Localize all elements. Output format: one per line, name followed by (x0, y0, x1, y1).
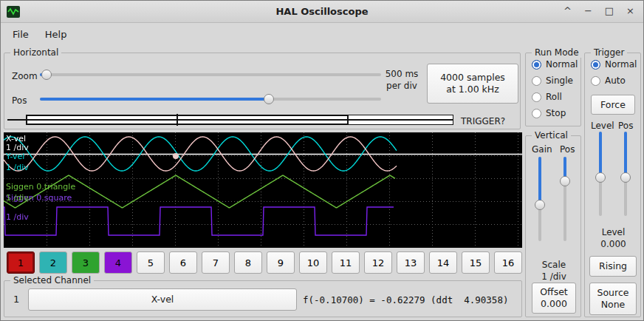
trigger-source-label: Source (597, 287, 629, 299)
channel-button-13[interactable]: 13 (397, 251, 425, 274)
offset-value: 0.000 (541, 298, 567, 310)
trigger-level-value: 0.000 (585, 238, 642, 250)
channel-button-16[interactable]: 16 (494, 251, 522, 274)
runmode-single-radio[interactable]: Single (532, 75, 573, 86)
scope-canvas[interactable] (4, 132, 522, 248)
offset-label: Offset (540, 286, 568, 298)
slider-fill (624, 132, 627, 178)
run-mode-group: Run Mode Normal Single Roll Stop (525, 53, 581, 126)
trigger-level-slider[interactable] (594, 132, 607, 216)
time-per-div: 500 ms per div (378, 68, 425, 92)
channel-button-14[interactable]: 14 (429, 251, 457, 274)
radio-label: Normal (546, 59, 578, 70)
selected-channel-number: 1 (13, 294, 19, 305)
menu-file[interactable]: File (5, 27, 36, 42)
trigger-edge-label: Rising (599, 260, 627, 272)
record-baseline (7, 119, 453, 121)
gain-slider-handle[interactable] (535, 200, 545, 210)
horizontal-group: Horizontal Zoom 500 ms per div 4000 samp… (4, 53, 521, 129)
radio-icon (591, 76, 600, 86)
app-window: HAL Oscilloscope ^ − □ × File Help Horiz… (0, 0, 644, 321)
radio-label: Stop (546, 108, 566, 118)
channel-button-8[interactable]: 8 (234, 251, 262, 274)
samples-button[interactable]: 4000 samples at 1.00 kHz (427, 64, 518, 104)
window-title: HAL Oscilloscope (1, 6, 643, 17)
scope-display[interactable]: X-vel1 /divY-vel1 /divSiggen 0.triangleS… (4, 132, 522, 248)
radio-label: Single (546, 75, 573, 86)
channel-button-4[interactable]: 4 (104, 251, 132, 274)
selected-channel-group-title: Selected Channel (10, 275, 94, 285)
maximize-icon[interactable]: □ (605, 5, 614, 16)
titlebar[interactable]: HAL Oscilloscope ^ − □ × (1, 1, 643, 23)
horizontal-group-title: Horizontal (10, 47, 61, 58)
menubar: File Help (1, 24, 643, 44)
radio-icon (532, 60, 541, 70)
scope-channel-label: Y-vel (6, 152, 24, 161)
trigger-pos-slider[interactable] (619, 132, 632, 216)
gain-label: Gain (532, 144, 552, 155)
run-mode-group-title: Run Mode (532, 47, 582, 58)
vertical-pos-slider-handle[interactable] (560, 176, 570, 186)
channel-button-9[interactable]: 9 (267, 251, 295, 274)
vertical-pos-slider[interactable] (558, 157, 572, 241)
trigger-source-value: None (601, 299, 626, 311)
trigger-level-label: Level (591, 121, 614, 131)
trigger-pos-label: Pos (618, 121, 633, 131)
zoom-slider-handle[interactable] (41, 70, 52, 80)
vertical-group: Vertical Gain Pos Scale 1 /div Offset 0.… (525, 135, 581, 317)
radio-label: Normal (605, 59, 637, 70)
menu-help[interactable]: Help (38, 27, 75, 42)
radio-icon (591, 60, 600, 70)
channel-button-6[interactable]: 6 (169, 251, 197, 274)
trigger-pos-slider-handle[interactable] (620, 172, 631, 183)
channel-button-12[interactable]: 12 (364, 251, 392, 274)
channel-button-1[interactable]: 1 (7, 251, 35, 274)
radio-label: Auto (605, 75, 626, 86)
channel-button-7[interactable]: 7 (202, 251, 230, 274)
shade-icon[interactable]: ^ (564, 5, 572, 16)
trigger-auto-radio[interactable]: Auto (591, 75, 626, 86)
trigger-edge-button[interactable]: Rising (589, 256, 637, 277)
slider-fill (599, 132, 602, 178)
scale-caption: Scale (526, 259, 582, 271)
pos-slider-handle[interactable] (264, 94, 274, 104)
record-position-bar[interactable] (7, 114, 453, 126)
vertical-group-title: Vertical (532, 130, 571, 141)
offset-button[interactable]: Offset 0.000 (532, 283, 576, 314)
zoom-slider[interactable] (40, 69, 381, 81)
time-per-div-unit: per div (378, 80, 425, 92)
vertical-pos-label: Pos (560, 144, 575, 155)
runmode-roll-radio[interactable]: Roll (532, 92, 562, 102)
channel-button-5[interactable]: 5 (137, 251, 165, 274)
trigger-position-marker (177, 114, 178, 126)
window-controls: ^ − □ × (564, 5, 634, 16)
channel-button-3[interactable]: 3 (72, 251, 100, 274)
close-icon[interactable]: × (626, 5, 634, 16)
trigger-level-slider-handle[interactable] (595, 172, 606, 183)
radio-icon (532, 76, 541, 86)
scope-channel-label: 1 /div (6, 212, 29, 222)
runmode-normal-radio[interactable]: Normal (532, 59, 578, 70)
scope-channel-label: Siggen 0.triangle (6, 182, 75, 192)
samples-line1: 4000 samples (440, 72, 505, 84)
channel-button-2[interactable]: 2 (39, 251, 67, 274)
selected-channel-name-button[interactable]: X-vel (28, 288, 297, 311)
scope-channel-label: 1 /div (6, 193, 29, 203)
trigger-source-button[interactable]: Source None (589, 283, 637, 315)
trigger-normal-radio[interactable]: Normal (591, 59, 637, 70)
minimize-icon[interactable]: − (584, 5, 592, 16)
scope-channel-label: 1 /div (6, 163, 29, 172)
slider-fill (40, 98, 269, 101)
channel-button-15[interactable]: 15 (462, 251, 490, 274)
trigger-status: TRIGGER? (461, 116, 505, 126)
runmode-stop-radio[interactable]: Stop (532, 108, 566, 118)
horizontal-pos-slider[interactable] (40, 93, 381, 105)
radio-icon (532, 92, 541, 102)
channel-buttons: 12345678910111213141516 (7, 251, 522, 274)
gain-slider[interactable] (533, 157, 547, 241)
force-button[interactable]: Force (591, 95, 635, 115)
channel-button-10[interactable]: 10 (299, 251, 327, 274)
radio-label: Roll (546, 92, 562, 102)
time-per-div-value: 500 ms (378, 68, 425, 80)
channel-button-11[interactable]: 11 (332, 251, 360, 274)
